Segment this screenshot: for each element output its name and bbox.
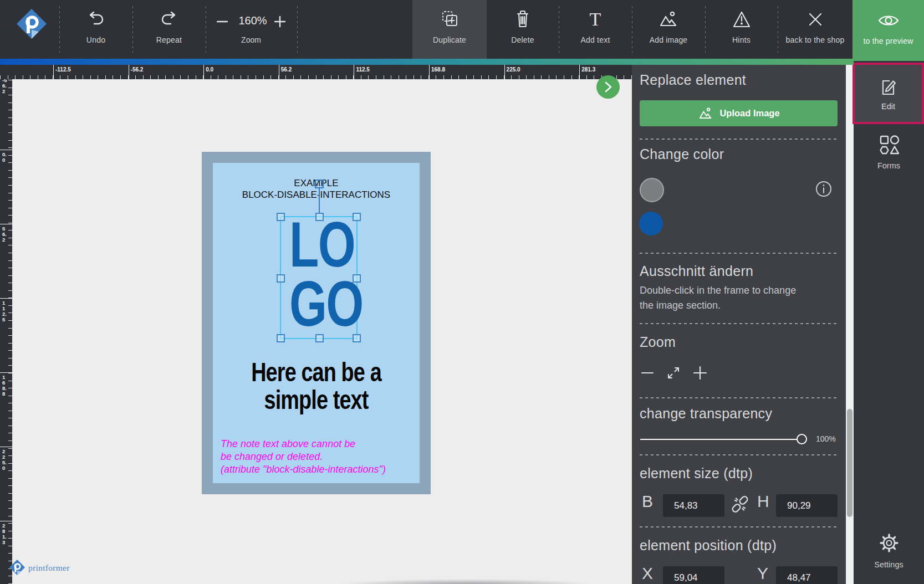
zoom-controls bbox=[640, 365, 728, 381]
add-text-button[interactable]: T Add text bbox=[559, 0, 632, 59]
resize-handle-n[interactable] bbox=[315, 213, 324, 221]
edit-icon bbox=[879, 76, 899, 98]
upload-image-button[interactable]: Upload Image bbox=[640, 100, 838, 126]
panel-collapse-button[interactable] bbox=[596, 75, 620, 99]
forms-icon bbox=[854, 133, 924, 156]
resize-handle-e[interactable] bbox=[353, 274, 361, 283]
sidebar-item-settings[interactable]: Settings bbox=[854, 531, 924, 569]
panel-divider bbox=[640, 454, 838, 455]
toolbar-divider bbox=[297, 6, 298, 53]
logo-text: LO GO bbox=[289, 215, 348, 334]
zoom-out-icon[interactable] bbox=[215, 14, 229, 29]
progress-gradient-bar bbox=[0, 59, 854, 65]
toolbar-divider bbox=[132, 6, 133, 53]
element-size-heading: element size (dtp) bbox=[640, 465, 753, 481]
resize-handle-s[interactable] bbox=[315, 334, 324, 342]
transparency-heading: change transparency bbox=[640, 406, 772, 422]
ruler-v-label: -56.2 bbox=[2, 78, 8, 94]
footer-brand-text: printformer bbox=[28, 563, 70, 573]
undo-icon bbox=[64, 8, 128, 31]
design-canvas[interactable]: EXAMPLE BLOCK-DISABLE-INTERACTIONS LO GO bbox=[12, 79, 632, 584]
expand-icon[interactable] bbox=[666, 365, 681, 381]
to-preview-button[interactable]: to the preview bbox=[852, 0, 924, 61]
ruler-h-label: 281.3 bbox=[581, 66, 595, 73]
repeat-button[interactable]: Repeat bbox=[137, 0, 201, 59]
panel-scrollbar-thumb[interactable] bbox=[847, 409, 852, 517]
properties-panel: Replace element Upload Image Change colo… bbox=[632, 65, 846, 584]
pos-y-input[interactable] bbox=[776, 566, 838, 584]
ruler-h-label: 168.8 bbox=[431, 66, 445, 73]
zoom-label: Zoom bbox=[212, 35, 290, 44]
zoom-value: 160% bbox=[233, 14, 273, 27]
zoom-out-icon[interactable] bbox=[640, 365, 655, 381]
add-image-button[interactable]: Add image bbox=[632, 0, 705, 59]
resize-handle-sw[interactable] bbox=[277, 334, 285, 342]
top-toolbar: Undo Repeat 160% Zoom bbox=[0, 0, 924, 59]
ruler-v-label: 225.0 bbox=[2, 449, 8, 471]
simple-text-element[interactable]: Here can be a simple text bbox=[225, 358, 407, 414]
undo-label: Undo bbox=[64, 35, 128, 44]
height-input[interactable] bbox=[776, 494, 838, 517]
back-to-shop-button[interactable]: back to the shop bbox=[778, 0, 852, 59]
resize-handle-se[interactable] bbox=[353, 334, 361, 342]
upload-image-label: Upload Image bbox=[719, 108, 779, 119]
hints-button[interactable]: Hints bbox=[705, 0, 778, 59]
element-position-heading: element position (dtp) bbox=[640, 537, 777, 554]
transparency-slider-track[interactable] bbox=[640, 439, 802, 440]
ruler-h-label: -112.5 bbox=[55, 66, 71, 73]
close-icon bbox=[778, 8, 852, 31]
zoom-in-icon[interactable] bbox=[692, 365, 708, 381]
replace-element-heading: Replace element bbox=[640, 72, 746, 88]
delete-button[interactable]: Delete bbox=[487, 0, 559, 59]
duplicate-button[interactable]: Duplicate bbox=[412, 0, 487, 59]
panel-scrollbar[interactable] bbox=[846, 65, 854, 584]
sidebar-edit-label: Edit bbox=[881, 102, 895, 111]
eye-icon bbox=[852, 9, 924, 32]
gear-icon bbox=[854, 531, 924, 555]
ausschnitt-heading: Ausschnitt ändern bbox=[640, 263, 753, 279]
image-icon bbox=[632, 8, 705, 31]
ruler-h-label: 225.0 bbox=[507, 66, 520, 73]
image-icon bbox=[697, 106, 714, 121]
color-swatch-gray[interactable] bbox=[640, 178, 664, 202]
color-swatch-blue[interactable] bbox=[639, 212, 663, 235]
panel-divider bbox=[640, 323, 838, 324]
zoom-section-heading: Zoom bbox=[640, 334, 676, 350]
pos-y-label: Y bbox=[757, 564, 768, 583]
pos-x-input[interactable] bbox=[663, 566, 724, 584]
rotation-handle[interactable] bbox=[315, 180, 324, 188]
back-to-shop-label: back to the shop bbox=[778, 35, 852, 44]
undo-button[interactable]: Undo bbox=[64, 0, 128, 59]
broken-link-icon[interactable] bbox=[731, 495, 749, 514]
redo-icon bbox=[137, 8, 201, 31]
ruler-h-tick bbox=[354, 65, 354, 79]
ruler-horizontal: -112.5-56.20.056.2112.5168.8225.0281.3 bbox=[0, 65, 632, 79]
ruler-h-label: 112.5 bbox=[356, 66, 369, 73]
printformer-logo bbox=[8, 7, 55, 43]
add-text-label: Add text bbox=[559, 35, 632, 44]
duplicate-label: Duplicate bbox=[412, 35, 487, 44]
to-preview-label: to the preview bbox=[852, 37, 924, 45]
width-input[interactable] bbox=[663, 494, 724, 517]
sidebar-item-forms[interactable]: Forms bbox=[854, 133, 924, 170]
canvas-bottom-shadow bbox=[300, 577, 632, 584]
artwork-card[interactable]: EXAMPLE BLOCK-DISABLE-INTERACTIONS LO GO bbox=[202, 152, 431, 494]
sidebar-item-edit[interactable]: Edit bbox=[852, 63, 924, 124]
app-logo[interactable] bbox=[8, 0, 55, 59]
ruler-v-tick bbox=[0, 447, 12, 447]
transparency-slider-thumb[interactable] bbox=[797, 434, 807, 444]
right-sidebar: Edit Forms Settings bbox=[854, 61, 924, 584]
resize-handle-nw[interactable] bbox=[277, 213, 285, 221]
printformer-logo bbox=[9, 559, 25, 577]
zoom-in-icon[interactable] bbox=[273, 14, 287, 29]
trash-icon bbox=[487, 8, 559, 31]
info-icon[interactable] bbox=[815, 180, 833, 198]
resize-handle-w[interactable] bbox=[277, 274, 285, 283]
ausschnitt-description: Double-click in the frame to change the … bbox=[640, 283, 796, 313]
ruler-v-label: 112.5 bbox=[2, 300, 8, 322]
width-label: B bbox=[642, 492, 653, 511]
delete-label: Delete bbox=[487, 35, 559, 44]
resize-handle-ne[interactable] bbox=[353, 213, 361, 221]
selected-logo-element[interactable]: LO GO bbox=[280, 216, 358, 339]
ruler-h-label: -56.2 bbox=[131, 66, 144, 73]
